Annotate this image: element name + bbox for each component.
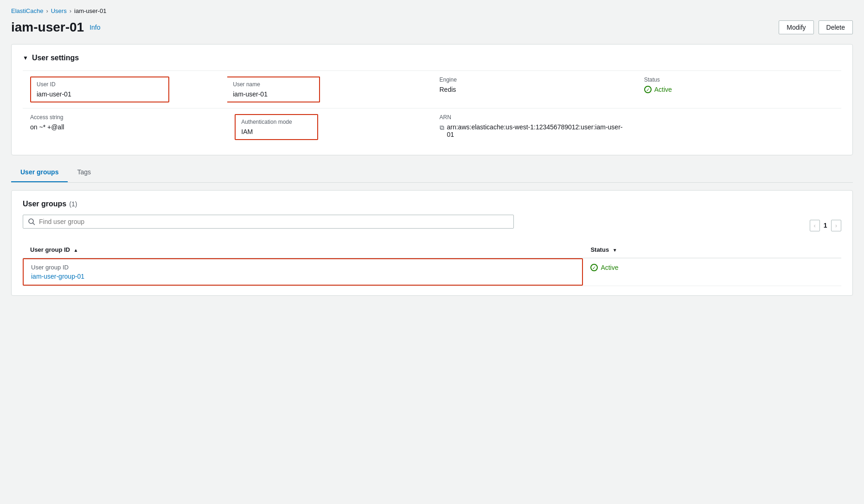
user-groups-search-row: ‹ 1 ›	[23, 215, 841, 236]
pagination-current-page: 1	[824, 222, 827, 229]
auth-mode-value: IAM	[241, 128, 312, 135]
settings-row-2: Access string on ~* +@all Authentication…	[23, 108, 841, 146]
access-string-cell: Access string on ~* +@all	[23, 108, 227, 146]
info-link[interactable]: Info	[90, 24, 100, 31]
pagination-next-button[interactable]: ›	[831, 220, 841, 231]
status-cell: Status ✓ Active	[637, 71, 841, 108]
cell-status: ✓ Active	[583, 258, 841, 286]
user-groups-card: User groups (1) ‹ 1 ›	[11, 190, 853, 296]
access-string-label: Access string	[30, 114, 220, 121]
arn-row: ⧉ arn:aws:elasticache:us-west-1:12345678…	[440, 123, 629, 138]
breadcrumb-current: iam-user-01	[74, 7, 106, 14]
user-groups-count: (1)	[69, 200, 77, 208]
tabs-bar: User groups Tags	[11, 163, 853, 183]
page-header: iam-user-01 Info Modify Delete	[11, 20, 853, 35]
arn-value: arn:aws:elasticache:us-west-1:1234567890…	[447, 123, 629, 138]
user-groups-header: User groups (1)	[23, 200, 841, 208]
search-bar[interactable]	[23, 215, 514, 229]
user-name-label: User name	[233, 81, 314, 88]
settings-row-1: User ID iam-user-01 User name iam-user-0…	[23, 70, 841, 108]
user-groups-title: User groups	[23, 200, 66, 208]
user-settings-card: ▼ User settings User ID iam-user-01 User…	[11, 44, 853, 155]
table-row: User group ID iam-user-group-01 ✓ Active	[23, 258, 841, 286]
user-name-value: iam-user-01	[233, 90, 314, 98]
user-id-value: iam-user-01	[37, 90, 163, 98]
table-cell-label-user-group-id: User group ID	[31, 264, 575, 271]
tab-user-groups[interactable]: User groups	[11, 163, 68, 182]
user-groups-table: User group ID ▲ Status ▼ User group ID i…	[23, 242, 841, 286]
arn-cell: ARN ⧉ arn:aws:elasticache:us-west-1:1234…	[432, 108, 637, 146]
user-id-label: User ID	[37, 81, 163, 88]
status-value: ✓ Active	[644, 86, 834, 93]
breadcrumb: ElastiCache › Users › iam-user-01	[11, 7, 853, 14]
page-title: iam-user-01	[11, 20, 84, 35]
table-status-active: ✓ Active	[590, 264, 834, 271]
user-settings-title: ▼ User settings	[23, 54, 841, 62]
col-user-group-id[interactable]: User group ID ▲	[23, 242, 583, 258]
engine-label: Engine	[440, 77, 629, 83]
sort-desc-icon: ▼	[613, 248, 617, 253]
empty-cell	[637, 108, 841, 146]
sort-asc-icon: ▲	[74, 248, 78, 253]
user-group-id-link[interactable]: iam-user-group-01	[31, 273, 84, 280]
svg-line-1	[33, 223, 35, 225]
pagination-prev-button[interactable]: ‹	[810, 220, 820, 231]
breadcrumb-users[interactable]: Users	[51, 7, 67, 14]
pagination: ‹ 1 ›	[810, 220, 841, 231]
status-active-icon: ✓	[644, 86, 652, 93]
access-string-value: on ~* +@all	[30, 123, 220, 131]
user-name-cell: User name iam-user-01	[227, 71, 432, 108]
user-groups-title-area: User groups (1)	[23, 200, 77, 208]
delete-button[interactable]: Delete	[819, 20, 853, 34]
col-status[interactable]: Status ▼	[583, 242, 841, 258]
table-status-icon: ✓	[590, 264, 598, 271]
engine-value: Redis	[440, 86, 629, 93]
table-header-row: User group ID ▲ Status ▼	[23, 242, 841, 258]
modify-button[interactable]: Modify	[779, 20, 813, 34]
search-input[interactable]	[39, 218, 509, 225]
auth-mode-cell: Authentication mode IAM	[227, 108, 432, 146]
toggle-icon[interactable]: ▼	[23, 55, 28, 61]
user-id-cell: User ID iam-user-01	[23, 71, 227, 108]
tab-tags[interactable]: Tags	[68, 163, 100, 182]
copy-icon[interactable]: ⧉	[440, 124, 444, 132]
breadcrumb-elasticache[interactable]: ElastiCache	[11, 7, 43, 14]
breadcrumb-sep-1: ›	[46, 7, 48, 14]
auth-mode-label: Authentication mode	[241, 119, 312, 125]
cell-user-group-id: User group ID iam-user-group-01	[23, 258, 583, 286]
breadcrumb-sep-2: ›	[70, 7, 71, 14]
page-title-area: iam-user-01 Info	[11, 20, 101, 35]
search-icon	[28, 218, 35, 225]
header-buttons: Modify Delete	[779, 20, 853, 34]
engine-cell: Engine Redis	[432, 71, 637, 108]
status-label: Status	[644, 77, 834, 83]
arn-label: ARN	[440, 114, 629, 121]
